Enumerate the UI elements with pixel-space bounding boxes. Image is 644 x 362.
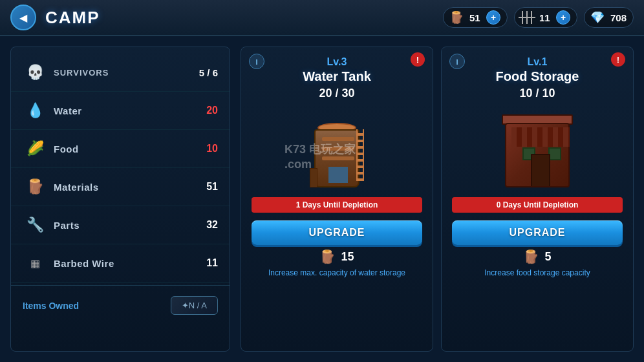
survivors-label: SURVIVORS xyxy=(54,68,199,78)
main-content: 💀 SURVIVORS 5 / 6 💧 Water 20 🌽 Food 10 🪵… xyxy=(0,36,644,362)
parts-icon: 🔧 xyxy=(23,213,47,237)
resource-group-materials: 🪵51+ xyxy=(443,7,508,28)
materials-top-count: 51 xyxy=(469,12,482,23)
water-tank-level: Lv.3 xyxy=(327,56,347,68)
water-tank-card: i ! Lv.3 Water Tank 20 / 30 1 xyxy=(241,47,433,352)
water-tank-description: Increase max. capacity of water storage xyxy=(268,268,405,277)
food-icon: 🌽 xyxy=(23,136,47,161)
food-storage-upgrade-button[interactable]: UPGRADE xyxy=(452,220,623,245)
cards-area: i ! Lv.3 Water Tank 20 / 30 1 xyxy=(241,47,634,352)
barbed_wire-top-icon xyxy=(519,10,535,25)
left-panel: 💀 SURVIVORS 5 / 6 💧 Water 20 🌽 Food 10 🪵… xyxy=(10,47,230,352)
barbed-wire-label: Barbed Wire xyxy=(54,258,206,269)
survivors-icon: 💀 xyxy=(23,60,47,85)
parts-label: Parts xyxy=(54,220,206,231)
water-value: 20 xyxy=(206,105,218,116)
food-storage-cost-icon: 🪵 xyxy=(523,249,539,264)
water-tank-name: Water Tank xyxy=(303,69,371,84)
resource-group-barbed_wire: 11+ xyxy=(514,7,577,28)
food-row[interactable]: 🌽 Food 10 xyxy=(11,130,230,168)
water-tank-capacity: 20 / 30 xyxy=(319,87,354,100)
food-storage-name: Food Storage xyxy=(496,69,579,84)
water-tank-alert-icon: ! xyxy=(411,52,425,67)
gems-top-icon: 💎 xyxy=(588,10,606,25)
barbed-wire-icon: ▦ xyxy=(23,251,47,275)
parts-value: 32 xyxy=(206,219,218,231)
food-label: Food xyxy=(54,144,206,154)
food-storage-image xyxy=(495,107,579,191)
water-tank-upgrade-button[interactable]: UPGRADE xyxy=(252,220,422,245)
items-owned-section: Items Owned ✦N / A xyxy=(11,288,230,320)
survivors-value: 5 / 6 xyxy=(199,67,218,78)
food-storage-cost: 🪵 5 xyxy=(523,249,551,264)
water-tank-cost: 🪵 15 xyxy=(319,249,354,264)
food-storage-cost-value: 5 xyxy=(544,250,551,264)
items-owned-label: Items Owned xyxy=(23,301,79,311)
materials-label: Materials xyxy=(54,182,206,193)
barbed_wire-plus-button[interactable]: + xyxy=(556,10,570,25)
food-storage-level: Lv.1 xyxy=(528,56,548,68)
top-resources: 🪵51+11+💎708 xyxy=(443,7,634,28)
parts-row[interactable]: 🔧 Parts 32 xyxy=(11,206,230,244)
water-tank-cost-value: 15 xyxy=(341,250,354,264)
water-row[interactable]: 💧 Water 20 xyxy=(11,92,230,130)
food-storage-card: i ! Lv.1 Food Storage 10 / 10 0 Days Unt… xyxy=(441,47,634,352)
water-label: Water xyxy=(54,105,206,116)
water-tank-image xyxy=(295,107,379,191)
food-storage-depletion: 0 Days Until Depletion xyxy=(452,197,623,213)
barbed_wire-top-count: 11 xyxy=(539,12,552,23)
water-tank-cost-icon: 🪵 xyxy=(319,249,336,264)
materials-row[interactable]: 🪵 Materials 51 xyxy=(11,168,230,206)
survivors-row[interactable]: 💀 SURVIVORS 5 / 6 xyxy=(11,54,230,92)
materials-value: 51 xyxy=(206,181,218,193)
food-storage-capacity: 10 / 10 xyxy=(519,87,555,100)
barbed-wire-value: 11 xyxy=(206,257,218,269)
water-tank-info-button[interactable]: i xyxy=(249,54,264,69)
food-storage-info-button[interactable]: i xyxy=(449,54,465,69)
food-value: 10 xyxy=(206,143,218,154)
resource-group-gems: 💎708 xyxy=(584,7,634,28)
back-button[interactable] xyxy=(10,5,36,30)
materials-icon: 🪵 xyxy=(23,175,47,199)
page-title: CAMP xyxy=(45,8,100,28)
items-owned-button[interactable]: ✦N / A xyxy=(171,296,218,315)
food-storage-alert-icon: ! xyxy=(611,52,625,67)
top-bar: CAMP 🪵51+11+💎708 xyxy=(0,0,644,36)
food-storage-description: Increase food storage capacity xyxy=(484,268,590,277)
water-icon: 💧 xyxy=(23,98,47,123)
materials-plus-button[interactable]: + xyxy=(486,10,500,25)
items-owned-btn-label: ✦N / A xyxy=(182,301,207,310)
water-tank-depletion: 1 Days Until Depletion xyxy=(252,197,422,213)
materials-top-icon: 🪵 xyxy=(447,10,466,25)
gems-top-count: 708 xyxy=(610,12,627,23)
barbed-wire-row[interactable]: ▦ Barbed Wire 11 xyxy=(11,244,230,282)
